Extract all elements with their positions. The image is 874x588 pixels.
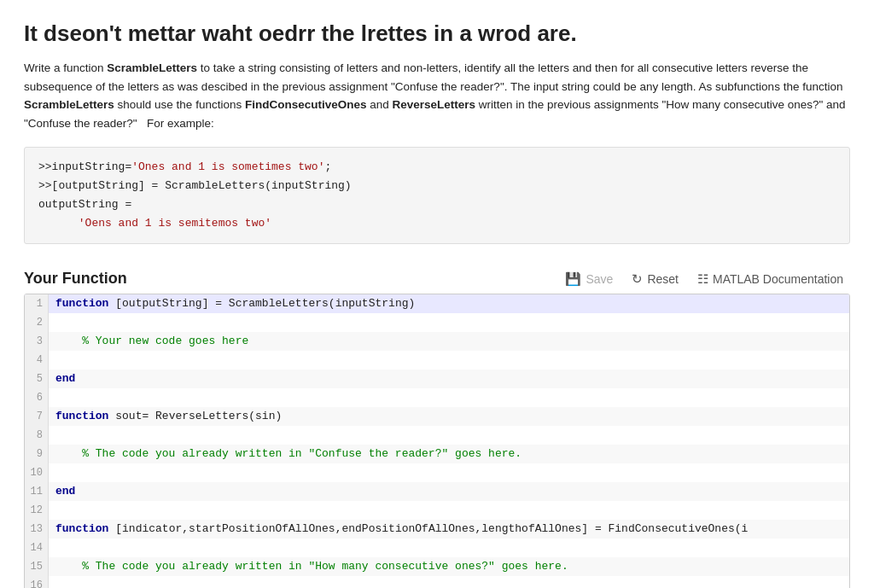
reset-button[interactable]: ↻ Reset [625, 268, 685, 290]
save-label: Save [586, 272, 613, 286]
code-line-3: 3 % Your new code goes here [25, 332, 849, 351]
code-line-14: 14 [25, 539, 849, 557]
line-number-4: 4 [25, 351, 49, 370]
scramble-letters-bold-2: ScrambleLetters [24, 98, 114, 111]
line-content-9: % The code you already written in "Confu… [49, 445, 849, 463]
line-number-14: 14 [25, 539, 49, 557]
line-content-2 [49, 313, 849, 332]
line-number-9: 9 [25, 445, 49, 463]
line-content-7: function sout= ReverseLetters(sin) [49, 407, 849, 426]
line-number-8: 8 [25, 426, 49, 445]
line-content-15: % The code you already written in "How m… [49, 557, 849, 576]
code-line-1: 1 function [outputString] = ScrambleLett… [25, 294, 849, 313]
line-number-5: 5 [25, 370, 49, 388]
line-content-10 [49, 463, 849, 482]
page-title: It dseon't mettar waht oedrr the lrettes… [24, 20, 850, 47]
reset-label: Reset [647, 272, 679, 286]
line-content-4 [49, 351, 849, 370]
code-line-16: 16 [25, 576, 849, 588]
line-number-13: 13 [25, 520, 49, 539]
code-line-13: 13 function [indicator,startPositionOfAl… [25, 520, 849, 539]
toolbar-actions: 💾 Save ↻ Reset ☷ MATLAB Documentation [558, 268, 850, 290]
line-number-10: 10 [25, 463, 49, 482]
code-line-2: 2 [25, 313, 849, 332]
example-string-2: 'Oens and 1 is semitemos two' [79, 217, 271, 230]
reverse-letters-bold: ReverseLetters [392, 98, 475, 111]
line-content-5: end [49, 370, 849, 388]
description: Write a function ScrambleLetters to take… [24, 59, 850, 132]
line-content-6 [49, 388, 849, 407]
line-number-3: 3 [25, 332, 49, 351]
find-consecutive-ones-bold: FindConsecutiveOnes [245, 98, 367, 111]
matlab-icon: ☷ [697, 271, 708, 287]
code-line-8: 8 [25, 426, 849, 445]
code-line-4: 4 [25, 351, 849, 370]
code-line-10: 10 [25, 463, 849, 482]
code-line-6: 6 [25, 388, 849, 407]
section-title: Your Function [24, 270, 558, 288]
line-number-15: 15 [25, 557, 49, 576]
line-content-11: end [49, 482, 849, 501]
example-line-3: outputString = [38, 195, 836, 214]
code-line-12: 12 [25, 501, 849, 520]
matlab-docs-label: MATLAB Documentation [713, 272, 843, 286]
line-content-3: % Your new code goes here [49, 332, 849, 351]
line-content-12 [49, 501, 849, 520]
line-number-12: 12 [25, 501, 49, 520]
code-line-9: 9 % The code you already written in "Con… [25, 445, 849, 463]
line-number-16: 16 [25, 576, 49, 588]
line-content-13: function [indicator,startPositionOfAllOn… [49, 520, 849, 539]
example-line-1: >>inputString='Ones and 1 is sometimes t… [38, 158, 836, 177]
code-example: >>inputString='Ones and 1 is sometimes t… [24, 147, 850, 244]
toolbar: Your Function 💾 Save ↻ Reset ☷ MATLAB Do… [24, 268, 850, 290]
save-icon: 💾 [565, 271, 581, 287]
line-content-14 [49, 539, 849, 557]
function-section: Your Function 💾 Save ↻ Reset ☷ MATLAB Do… [24, 268, 850, 588]
code-line-15: 15 % The code you already written in "Ho… [25, 557, 849, 576]
scramble-letters-bold-1: ScrambleLetters [107, 61, 197, 74]
reset-icon: ↻ [632, 271, 643, 287]
example-string-1: 'Ones and 1 is sometimes two' [131, 160, 324, 173]
line-content-16 [49, 576, 849, 588]
save-button[interactable]: 💾 Save [558, 268, 620, 290]
line-number-2: 2 [25, 313, 49, 332]
line-number-1: 1 [25, 294, 49, 313]
line-content-8 [49, 426, 849, 445]
code-line-7: 7 function sout= ReverseLetters(sin) [25, 407, 849, 426]
line-number-6: 6 [25, 388, 49, 407]
code-editor: 1 function [outputString] = ScrambleLett… [24, 294, 850, 588]
line-content-1: function [outputString] = ScrambleLetter… [49, 294, 849, 313]
matlab-docs-button[interactable]: ☷ MATLAB Documentation [690, 268, 850, 290]
line-number-11: 11 [25, 482, 49, 501]
line-number-7: 7 [25, 407, 49, 426]
code-line-5: 5 end [25, 370, 849, 388]
code-line-11: 11 end [25, 482, 849, 501]
example-line-4: 'Oens and 1 is semitemos two' [38, 214, 836, 233]
example-line-2: >>[outputString] = ScrambleLetters(input… [38, 177, 836, 195]
